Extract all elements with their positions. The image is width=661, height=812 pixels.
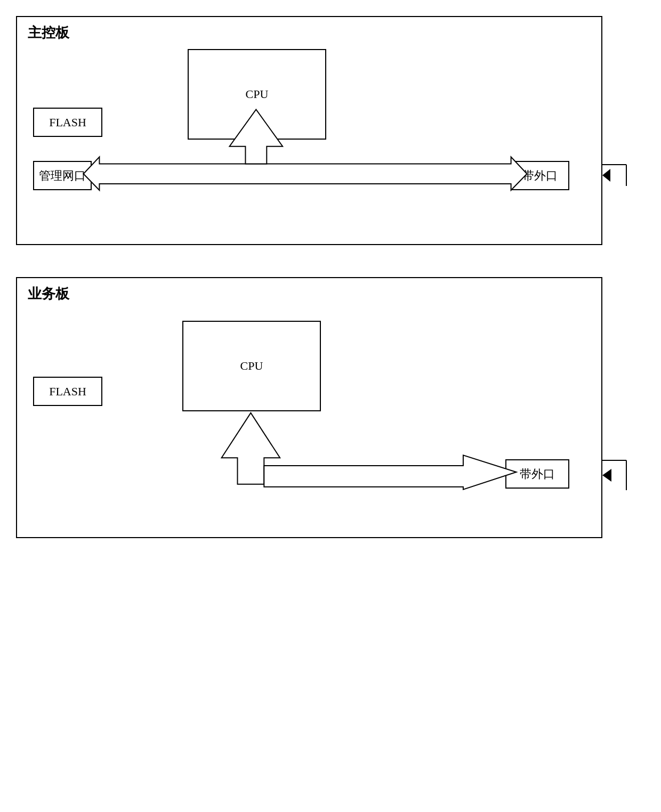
main-container: 主控板 CPU FLASH 管理网口 带外口 PCI 总线 — [16, 16, 645, 538]
bottom-board: 业务板 CPU FLASH 带外口 PCI — [16, 277, 602, 538]
bottom-board-svg — [17, 278, 601, 537]
svg-marker-5 — [602, 469, 611, 482]
top-ext-arrow-svg — [600, 164, 629, 187]
top-ext-arrow — [600, 164, 629, 187]
top-board: 主控板 CPU FLASH 管理网口 带外口 PCI 总线 — [16, 16, 602, 245]
bottom-ext-arrow — [600, 459, 629, 491]
bottom-ext-arrow-svg — [600, 459, 629, 491]
top-board-svg — [17, 17, 601, 244]
svg-marker-2 — [602, 169, 610, 182]
bottom-right-arrow — [264, 455, 516, 489]
pci-bus-up-arrow — [230, 109, 283, 164]
pci-bus-horizontal-arrow — [84, 157, 527, 190]
